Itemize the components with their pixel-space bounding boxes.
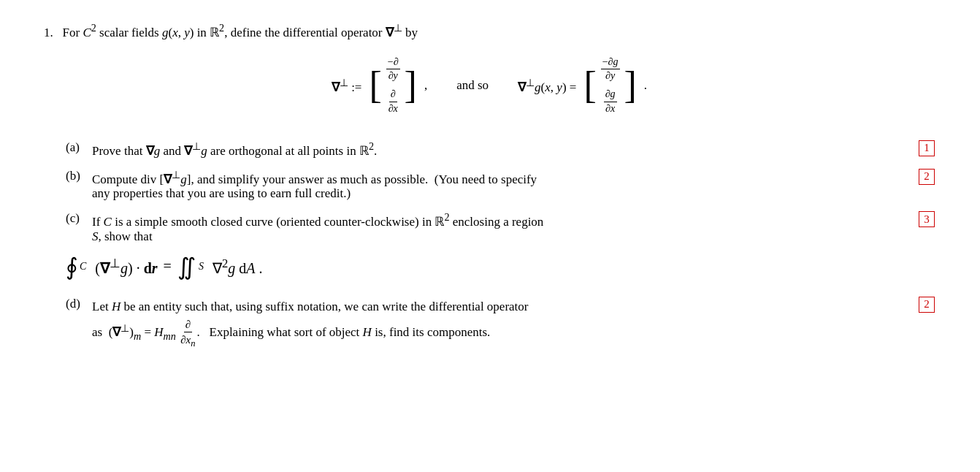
problem-number: 1. For C2 scalar fields g(x, y) in ℝ2, d…: [44, 22, 935, 40]
frac-numer-1: −∂: [386, 56, 400, 70]
frac-partial-dxn: ∂ ∂xn: [179, 318, 196, 349]
part-d-content: Let H be an entity such that, using suff…: [92, 297, 935, 349]
part-a-points: 1: [919, 140, 935, 156]
frac-denom-2: ∂x: [387, 102, 399, 115]
part-b: (b) Compute div [∇⊥g], and simplify your…: [66, 169, 935, 202]
period-1: .: [644, 78, 647, 93]
part-c-header: (c) If C is a simple smooth closed curve…: [66, 211, 935, 244]
part-c-label: (c): [66, 211, 92, 244]
frac-numer-3: −∂g: [601, 56, 620, 70]
part-c: (c) If C is a simple smooth closed curve…: [66, 211, 935, 286]
frac-dg-dx: ∂ ∂x: [387, 88, 399, 115]
part-c-equation: ∮ C (∇⊥g) · dr = ∬ S ∇2g dA .: [66, 253, 262, 281]
left-bracket-2: [: [583, 66, 596, 104]
frac-numer-4: ∂g: [604, 88, 617, 102]
contour-integral-symbol: ∮: [66, 253, 78, 281]
double-integrand: ∇2g dA .: [213, 256, 263, 277]
definition-block: ∇⊥ := [ −∂ ∂y ∂ ∂x ] , and so: [44, 53, 935, 118]
part-a-content: Prove that ∇g and ∇⊥g are orthogonal at …: [92, 140, 935, 159]
part-b-content: Compute div [∇⊥g], and simplify your ans…: [92, 169, 935, 202]
and-so-text: and so: [456, 78, 489, 93]
double-integral-symbol: ∬: [177, 253, 196, 281]
comma-separator: ,: [424, 78, 427, 93]
frac-denom-4: ∂x: [604, 102, 616, 115]
matrix-bracket-right-group: [ −∂g ∂y ∂g ∂x ]: [583, 53, 636, 118]
contour-integrand: (∇⊥g) · dr: [95, 256, 157, 277]
matrix-bracket-left-1: [ −∂ ∂y ∂ ∂x ]: [369, 53, 416, 118]
part-c-points: 3: [919, 211, 935, 227]
right-bracket-1: ]: [405, 66, 417, 104]
nabla-perp-result: ∇⊥g(x, y) = [ −∂g ∂y ∂g ∂x ] .: [518, 53, 647, 118]
matrix-col-1: −∂ ∂y ∂ ∂x: [382, 53, 405, 118]
nabla-perp-rhs-label: ∇⊥g(x, y) =: [518, 77, 576, 95]
frac-dg-dx-result: ∂g ∂x: [604, 88, 617, 115]
contour-integral-sub: C: [80, 261, 86, 273]
part-b-label: (b): [66, 169, 92, 183]
part-a: (a) Prove that ∇g and ∇⊥g are orthogonal…: [66, 140, 935, 159]
part-b-points: 2: [919, 169, 935, 185]
part-d: (d) Let H be an entity such that, using …: [66, 297, 935, 349]
frac-denom-1: ∂y: [387, 69, 399, 83]
frac-numer-2: ∂: [389, 88, 397, 102]
part-c-text: If C is a simple smooth closed curve (or…: [92, 211, 935, 244]
partial-numer: ∂: [184, 318, 192, 332]
part-a-label: (a): [66, 140, 92, 155]
frac-neg-dg-dy-result: −∂g ∂y: [601, 56, 620, 83]
parts-list: (a) Prove that ∇g and ∇⊥g are orthogonal…: [66, 140, 935, 349]
nabla-perp-lhs: ∇⊥ :=: [332, 77, 362, 95]
nabla-perp-definition: ∇⊥ := [ −∂ ∂y ∂ ∂x ] ,: [332, 53, 427, 118]
frac-neg-dg-dy: −∂ ∂y: [386, 56, 400, 83]
equals-sign-c: =: [164, 258, 172, 275]
partial-denom: ∂xn: [179, 332, 196, 349]
frac-denom-3: ∂y: [604, 69, 616, 83]
left-bracket-1: [: [369, 66, 381, 104]
problem-container: 1. For C2 scalar fields g(x, y) in ℝ2, d…: [44, 22, 935, 349]
part-d-points: 2: [919, 297, 935, 313]
double-integral-sub: S: [199, 261, 204, 273]
matrix-col-2: −∂g ∂y ∂g ∂x: [597, 53, 624, 118]
part-d-label: (d): [66, 297, 92, 311]
right-bracket-2: ]: [624, 66, 637, 104]
